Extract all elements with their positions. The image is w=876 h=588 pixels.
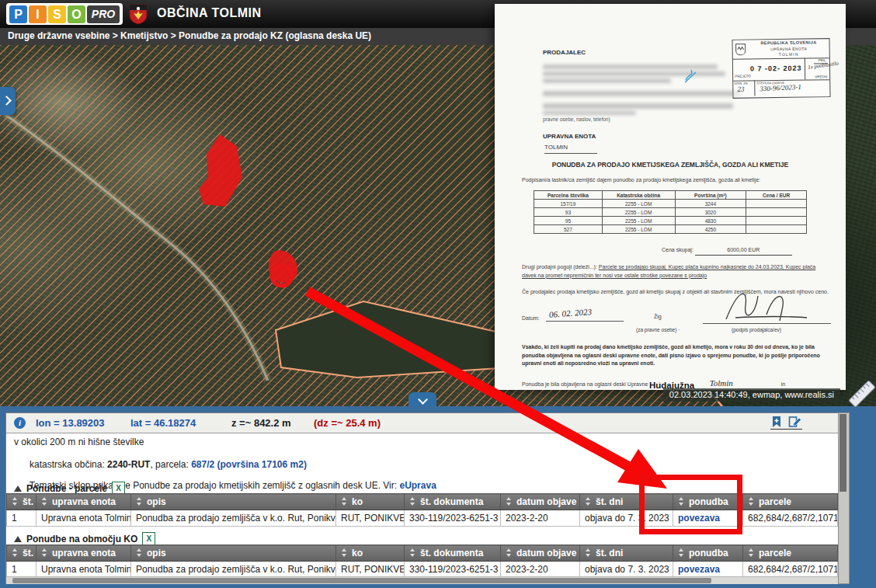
stamp-date: 0 7 -02- 2023 [750,64,802,73]
col-opis[interactable]: opis [131,545,336,562]
col-ko[interactable]: ko [336,494,405,510]
col-ko[interactable]: ko [336,545,405,562]
edit-report-icon[interactable] [788,416,802,428]
col-ponudba[interactable]: ponudba [673,494,743,510]
col-parcele[interactable]: parcele [743,545,838,562]
bookmark-add-icon[interactable] [770,416,783,428]
table-header-row: št. upravna enota opis ko št. dokumenta … [7,545,838,562]
signature-scribble [720,285,813,324]
section-ponudbe-ko: Ponudbe na območju KO [14,532,155,545]
panel-lon-value: lon = 13.89203 [36,417,105,429]
doc-col-ko: Katastrska občina [602,191,675,200]
sort-icon[interactable] [136,497,143,506]
doc-total-label: Cena skupaj: [662,247,694,252]
col-datum-objave[interactable]: datum objave [501,545,580,562]
sort-icon[interactable] [748,497,755,506]
table-row: 1 Upravna enota Tolmin Ponudba za prodaj… [7,510,838,527]
col-st-dokumenta[interactable]: št. dokumenta [405,494,501,510]
redacted-line [543,78,671,83]
col-st[interactable]: št. [7,545,36,562]
collapse-icon[interactable] [14,485,22,492]
povezava-link[interactable]: povezava [678,564,720,575]
doc-podpis-sub: (podpis prodajalca/ev) [732,326,781,334]
excel-export-icon[interactable] [142,532,155,545]
no-house-number-text: v okolici 200 m ni hišne številke [14,437,144,447]
redacted-line [543,103,733,109]
stamp-case-value: 330-96/2023-1 [760,83,801,93]
doc-zig-sub: (za pravne osebe) · [636,326,680,334]
col-parcele[interactable]: parcele [743,494,838,510]
sort-icon[interactable] [409,548,416,557]
measure-tool-button[interactable] [846,378,876,410]
horizontal-scrollbar[interactable] [6,576,838,584]
sort-icon[interactable] [678,548,685,557]
offer-parcel-circle-marker[interactable] [272,266,292,286]
col-upravna-enota[interactable]: upravna enota [36,494,131,510]
doc-total-value: 6000,00 EUR [695,246,792,256]
sort-icon[interactable] [41,548,48,557]
vertical-scrollbar[interactable] [838,412,850,584]
doc-conditions: Drugi prodajni pogoji (deleži...): Parce… [522,263,825,280]
sort-icon[interactable] [12,497,19,506]
left-panel-expander[interactable] [0,87,16,115]
sort-icon[interactable] [585,548,592,557]
doc-col-parcel: Parcelna številka [534,191,603,200]
ruler-icon [846,378,876,410]
doc-ue-label: UPRAVNA ENOTA [543,132,596,141]
map-collapse-tab[interactable] [408,392,436,406]
doc-ue-value: TOLMIN [544,143,597,154]
sort-icon[interactable] [136,548,143,557]
sort-icon[interactable] [678,497,685,506]
doc-bottom-paragraph: Vsakdo, ki želi kupiti na prodaj dano km… [522,343,829,368]
parcel-link[interactable]: 687/2 (površina 17106 m2) [191,459,307,470]
sort-icon[interactable] [409,497,416,506]
panel-dz-value: (dz =~ 25.4 m) [314,417,381,429]
stamp-sign-value: 23 [737,85,744,93]
col-ponudba[interactable]: ponudba [673,545,743,562]
doc-title: PONUDBA ZA PRODAJO KMETIJSKEGA ZEMLJIŠČA… [495,160,846,170]
doc-datum-label: Datum: [522,315,540,323]
doc-datum-value: 06. 02. 2023 [549,307,593,319]
sort-icon[interactable] [748,548,755,557]
horizontal-scrollbar-thumb[interactable] [12,578,711,583]
panel-z-value: z =~ 842.2 m [231,417,291,429]
collapse-icon[interactable] [14,536,22,542]
slovenia-arms-icon [735,43,746,56]
stamp-city: TOLMIN [749,51,829,57]
sort-icon[interactable] [585,497,592,506]
scanned-offer-document: PRODAJALEC pravne osebe, naslov, telefon… [495,4,846,390]
map-timestamp: 02.03.2023 14:40:49, ewmap, www.realis.s… [663,388,840,402]
sort-icon[interactable] [506,548,513,557]
sort-icon[interactable] [341,497,348,506]
col-upravna-enota[interactable]: upravna enota [36,545,131,562]
col-st[interactable]: št. [7,494,36,510]
cadastral-municipality: 2240-RUT [107,459,150,470]
logo-letter-s: S [48,5,66,23]
col-datum-objave[interactable]: datum objave [501,494,580,510]
doc-conditions-label: Drugi prodajni pogoji (deleži...): [522,264,597,270]
vertical-scrollbar-thumb[interactable] [840,414,846,492]
sort-icon[interactable] [12,548,19,557]
offers-ko-table: št. upravna enota opis ko št. dokumenta … [6,545,838,578]
col-st-dokumenta[interactable]: št. dokumenta [405,545,501,562]
doc-last-handwritten: Tolmin [710,378,733,388]
table-header-row: št. upravna enota opis ko št. dokumenta … [7,494,838,510]
doc-table-row: 932255 - LOM 3020 [534,208,807,217]
col-st-dni[interactable]: št. dni [580,545,673,562]
doc-seller-heading: PRODAJALEC [543,48,586,57]
piso-logo[interactable]: P I S O PRO [6,3,123,25]
povezava-link[interactable]: povezava [678,513,720,524]
results-area: lon = 13.89203 lat = 46.18274 z =~ 842.2… [0,406,876,588]
sort-icon[interactable] [506,497,513,506]
doc-zig-label: Žig [654,313,662,322]
chevron-right-icon [2,96,12,106]
logo-letter-i: I [29,5,47,23]
euprava-link[interactable]: eUprava [399,480,436,491]
sort-icon[interactable] [41,497,48,506]
col-st-dni[interactable]: št. dni [580,494,673,510]
doc-col-area: Površina (m²) [675,191,746,200]
sort-icon[interactable] [341,548,348,557]
municipality-title: OBČINA TOLMIN [157,6,262,20]
col-opis[interactable]: opis [131,494,336,510]
doc-table-row: 952255 - LOM 4830 [534,217,807,225]
